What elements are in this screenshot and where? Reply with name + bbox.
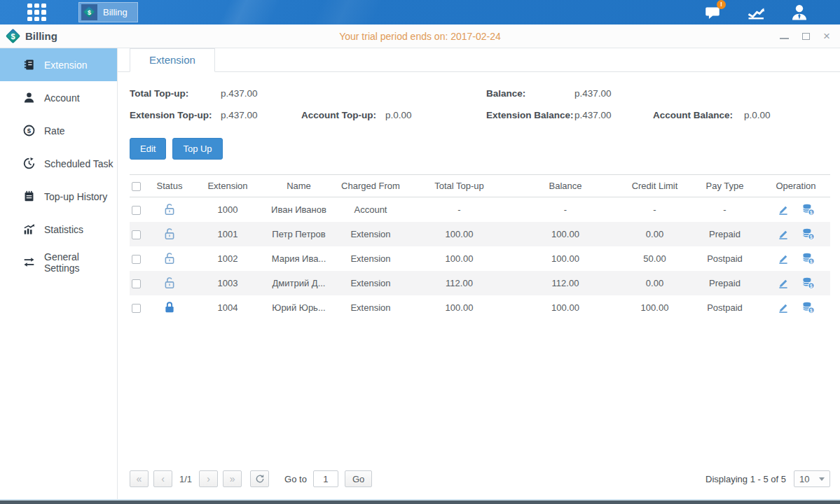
goto-label: Go to bbox=[284, 474, 307, 484]
goto-page-input[interactable] bbox=[313, 470, 338, 487]
page-size-select[interactable]: 10 bbox=[794, 470, 830, 487]
scheduled-task-icon bbox=[23, 158, 35, 169]
select-all-checkbox[interactable] bbox=[132, 182, 141, 191]
row-checkbox[interactable] bbox=[132, 279, 141, 288]
balance-value: p.437.00 bbox=[574, 88, 612, 99]
account-topup-value: p.0.00 bbox=[385, 110, 412, 120]
row-checkbox[interactable] bbox=[132, 304, 141, 313]
column-balance: Balance bbox=[509, 175, 621, 197]
user-account-button[interactable] bbox=[788, 4, 811, 22]
cell-extension: 1002 bbox=[190, 246, 266, 271]
refresh-icon bbox=[255, 474, 265, 484]
status-lock-icon bbox=[163, 253, 176, 263]
cell-credit-limit: 50.00 bbox=[621, 246, 688, 271]
account-balance-label: Account Balance: bbox=[653, 110, 744, 120]
cell-name: Петр Петров bbox=[266, 222, 332, 246]
account-topup-label: Account Top-up: bbox=[301, 110, 385, 120]
sidebar-item-general-settings[interactable]: General Settings bbox=[0, 246, 117, 279]
cell-extension: 1000 bbox=[190, 197, 266, 222]
app-launcher-button[interactable] bbox=[24, 3, 49, 22]
tab-label: Extension bbox=[149, 54, 195, 66]
desktop-taskbar: Billing ! bbox=[0, 0, 840, 24]
cell-total-topup: 100.00 bbox=[409, 222, 509, 246]
close-button[interactable]: × bbox=[823, 31, 830, 41]
displaying-text: Displaying 1 - 5 of 5 bbox=[705, 474, 786, 484]
sidebar-item-topup-history[interactable]: Top-up History bbox=[0, 180, 117, 213]
edit-button[interactable]: Edit bbox=[130, 138, 166, 160]
line-chart-icon bbox=[746, 4, 766, 21]
column-credit-limit: Credit Limit bbox=[621, 175, 688, 197]
cell-balance: 112.00 bbox=[509, 271, 621, 295]
previous-page-button[interactable]: ‹ bbox=[153, 470, 172, 487]
minimize-button[interactable] bbox=[780, 31, 789, 41]
row-checkbox[interactable] bbox=[132, 255, 141, 264]
trial-notice: Your trial period ends on: 2017-02-24 bbox=[339, 31, 501, 42]
top-up-row-icon[interactable]: $ bbox=[801, 227, 815, 240]
cell-name: Иван Иванов bbox=[266, 197, 332, 222]
column-extension: Extension bbox=[190, 175, 266, 197]
total-topup-label: Total Top-up: bbox=[130, 88, 221, 99]
cell-charged-from: Extension bbox=[332, 222, 409, 246]
notifications-button[interactable]: ! bbox=[701, 4, 724, 22]
chevron-down-icon bbox=[819, 477, 825, 481]
sidebar-item-scheduled-task[interactable]: Scheduled Task bbox=[0, 147, 117, 180]
cell-charged-from: Extension bbox=[332, 246, 409, 271]
edit-row-icon[interactable] bbox=[777, 301, 790, 314]
maximize-icon bbox=[802, 33, 810, 40]
next-page-button[interactable]: › bbox=[199, 470, 218, 487]
cell-extension: 1003 bbox=[190, 271, 266, 295]
pagination-bar: « ‹ 1/1 › » Go to Go Display bbox=[130, 467, 830, 499]
cell-total-topup: 100.00 bbox=[409, 246, 509, 271]
top-up-row-icon[interactable]: $ bbox=[801, 301, 815, 314]
sidebar-item-label: Scheduled Task bbox=[44, 158, 113, 169]
extension-balance-value: p.437.00 bbox=[574, 110, 653, 120]
maximize-button[interactable] bbox=[802, 31, 810, 41]
sidebar-item-label: Account bbox=[44, 92, 80, 104]
sidebar-item-label: Extension bbox=[44, 59, 87, 71]
top-up-row-icon[interactable]: $ bbox=[801, 252, 815, 265]
column-charged-from: Charged From bbox=[332, 175, 409, 197]
edit-row-icon[interactable] bbox=[777, 252, 790, 265]
sidebar-item-account[interactable]: Account bbox=[0, 81, 117, 114]
tab-extension[interactable]: Extension bbox=[130, 48, 215, 72]
sidebar-item-extension[interactable]: Extension bbox=[0, 48, 117, 81]
resource-monitor-button[interactable] bbox=[745, 4, 767, 22]
svg-text:$: $ bbox=[810, 308, 813, 314]
last-page-button[interactable]: » bbox=[223, 470, 242, 487]
row-checkbox[interactable] bbox=[132, 206, 141, 215]
edit-row-icon[interactable] bbox=[777, 227, 790, 240]
person-icon bbox=[790, 4, 808, 21]
topup-history-icon bbox=[23, 190, 35, 202]
cell-charged-from: Account bbox=[332, 197, 409, 222]
taskbar-billing-tab[interactable]: Billing bbox=[78, 2, 138, 22]
edit-row-icon[interactable] bbox=[777, 276, 790, 289]
extension-balance-label: Extension Balance: bbox=[486, 110, 574, 120]
billing-diamond-icon bbox=[83, 6, 95, 18]
cell-pay-type: Prepaid bbox=[688, 222, 762, 246]
billing-app-chip bbox=[81, 4, 97, 20]
cell-charged-from: Extension bbox=[332, 295, 409, 320]
top-up-button[interactable]: Top Up bbox=[172, 138, 222, 160]
sidebar-item-rate[interactable]: $ Rate bbox=[0, 114, 117, 147]
status-lock-icon bbox=[163, 204, 176, 214]
sidebar-item-label: Top-up History bbox=[44, 191, 107, 202]
go-button[interactable]: Go bbox=[345, 470, 372, 487]
cell-credit-limit: 100.00 bbox=[621, 295, 688, 320]
cell-charged-from: Extension bbox=[332, 271, 409, 295]
window-bottom-edge bbox=[0, 499, 840, 504]
row-checkbox[interactable] bbox=[132, 230, 141, 239]
refresh-button[interactable] bbox=[250, 470, 269, 487]
svg-text:$: $ bbox=[810, 234, 813, 240]
first-page-button[interactable]: « bbox=[130, 470, 149, 487]
top-up-row-icon[interactable]: $ bbox=[801, 276, 815, 289]
apps-grid-icon bbox=[27, 4, 46, 22]
account-balance-value: p.0.00 bbox=[744, 110, 771, 120]
page-indicator: 1/1 bbox=[179, 474, 192, 484]
cell-total-topup: 112.00 bbox=[409, 271, 509, 295]
edit-row-icon[interactable] bbox=[777, 203, 790, 216]
sidebar-item-statistics[interactable]: Statistics bbox=[0, 213, 117, 246]
taskbar-tray: ! bbox=[701, 4, 811, 22]
top-up-row-icon[interactable]: $ bbox=[801, 203, 815, 216]
table-header-row: Status Extension Name Charged From Total… bbox=[130, 175, 830, 197]
cell-pay-type: - bbox=[688, 197, 762, 222]
